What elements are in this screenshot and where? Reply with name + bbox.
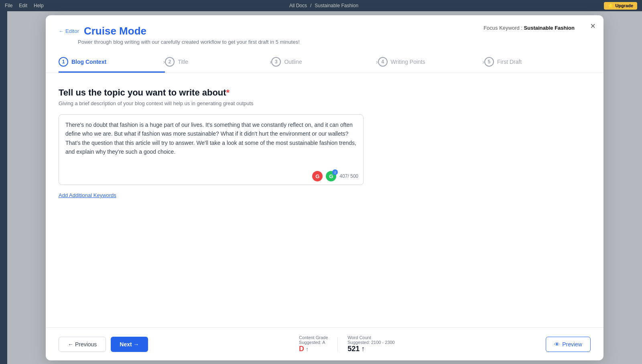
upgrade-button[interactable]: ⭐ Upgrade <box>604 2 637 10</box>
grade-arrow-icon: ↑ <box>306 346 309 352</box>
char-count: 407/ 500 <box>339 173 358 179</box>
modal-footer: ← Previous Next → Content Grade Suggeste… <box>46 327 603 360</box>
step-5-circle: 5 <box>484 57 494 67</box>
step-1-circle: 1 <box>59 57 68 67</box>
section-title: Tell us the topic you want to write abou… <box>59 87 591 98</box>
cruise-mode-modal: × ← Editor Cruise Mode Power through blo… <box>46 15 603 360</box>
breadcrumb-separator: / <box>310 3 311 8</box>
add-additional-keywords-link[interactable]: Add Additional Keywords <box>59 192 116 198</box>
back-arrow-icon: ← <box>59 28 64 34</box>
context-textarea-wrapper: G G 2 407/ 500 <box>59 114 364 185</box>
step-3-circle: 3 <box>271 57 281 67</box>
step-2-label: Title <box>178 59 188 65</box>
focus-keyword-value: Sustainable Fashion <box>524 25 575 31</box>
step-1-label: Blog Context <box>71 59 106 65</box>
preview-label: Preview <box>562 341 582 348</box>
preview-eye-icon: 👁 <box>554 341 560 348</box>
step-4-circle: 4 <box>378 57 388 67</box>
modal-title-area: ← Editor Cruise Mode Power through blog … <box>59 25 300 45</box>
step-1-blog-context[interactable]: 1 Blog Context › <box>59 52 165 73</box>
breadcrumb: All Docs / Sustainable Fashion <box>50 3 598 8</box>
step-4-writing-points[interactable]: 4 Writing Points › <box>378 52 484 73</box>
section-subtitle: Giving a brief description of your blog … <box>59 100 591 106</box>
word-count-value: 521 ↑ <box>347 345 365 353</box>
textarea-footer: G G 2 407/ 500 <box>59 169 363 185</box>
steps-nav: 1 Blog Context › 2 Title › 3 Outline › <box>59 52 591 73</box>
modal-overlay: × ← Editor Cruise Mode Power through blo… <box>7 11 642 364</box>
breadcrumb-current: Sustainable Fashion <box>315 3 358 8</box>
breadcrumb-all-docs[interactable]: All Docs <box>289 3 307 8</box>
previous-button[interactable]: ← Previous <box>59 337 106 352</box>
required-star: * <box>226 87 230 98</box>
top-bar: File Edit Help All Docs / Sustainable Fa… <box>0 0 642 11</box>
modal-header: ← Editor Cruise Mode Power through blog … <box>46 15 603 73</box>
sidebar-bg <box>0 11 7 364</box>
back-to-editor-button[interactable]: ← Editor <box>59 28 79 34</box>
step-5-label: First Draft <box>497 59 522 65</box>
step-3-outline[interactable]: 3 Outline › <box>271 52 378 73</box>
footer-preview: 👁 Preview <box>546 337 591 352</box>
modal-title: Cruise Mode <box>84 25 146 37</box>
close-button[interactable]: × <box>590 22 595 31</box>
modal-body: Tell us the topic you want to write abou… <box>46 73 603 327</box>
content-grade-value: D ↑ <box>299 345 309 353</box>
grammarly-badge: 2 <box>332 169 338 175</box>
step-2-circle: 2 <box>165 57 175 67</box>
grade-letter: D <box>299 345 304 353</box>
menu-bar: File Edit Help <box>5 3 44 8</box>
word-count-suggested: Suggested: 2100 - 2300 <box>347 340 394 345</box>
top-bar-right: ⭐ Upgrade <box>604 2 637 10</box>
menu-edit[interactable]: Edit <box>19 3 27 8</box>
back-label: Editor <box>65 28 79 34</box>
word-count-label: Word Count <box>347 335 371 340</box>
modal-title-group: ← Editor Cruise Mode <box>59 25 300 37</box>
word-count-arrow-icon: ↑ <box>361 345 365 353</box>
footer-stats: Content Grade Suggested: A D ↑ Word Coun… <box>299 335 395 353</box>
menu-help[interactable]: Help <box>34 3 44 8</box>
content-grade-block: Content Grade Suggested: A D ↑ <box>299 335 328 353</box>
upgrade-label: Upgrade <box>615 3 633 8</box>
step-4-label: Writing Points <box>391 59 425 65</box>
word-count-block: Word Count Suggested: 2100 - 2300 521 ↑ <box>347 335 394 353</box>
stats-divider <box>337 337 338 352</box>
modal-subtitle: Power through blog writing with our care… <box>78 39 300 45</box>
grammarly-red-icon[interactable]: G <box>312 171 323 181</box>
content-grade-label: Content Grade <box>299 335 328 340</box>
step-5-first-draft[interactable]: 5 First Draft <box>484 52 591 73</box>
word-count-number: 521 <box>347 345 360 353</box>
preview-button[interactable]: 👁 Preview <box>546 337 591 352</box>
section-title-text: Tell us the topic you want to write abou… <box>59 87 226 98</box>
context-textarea[interactable] <box>59 115 363 167</box>
modal-header-top: ← Editor Cruise Mode Power through blog … <box>59 25 591 45</box>
focus-keyword-display: Focus Keyword : Sustainable Fashion <box>484 25 575 31</box>
next-button[interactable]: Next → <box>111 337 148 352</box>
step-2-title[interactable]: 2 Title › <box>165 52 271 73</box>
content-grade-suggested: Suggested: A <box>299 340 325 345</box>
step-3-label: Outline <box>284 59 302 65</box>
focus-keyword-label: Focus Keyword : <box>484 25 522 31</box>
upgrade-star-icon: ⭐ <box>608 3 614 8</box>
menu-file[interactable]: File <box>5 3 12 8</box>
footer-nav-buttons: ← Previous Next → <box>59 337 148 352</box>
